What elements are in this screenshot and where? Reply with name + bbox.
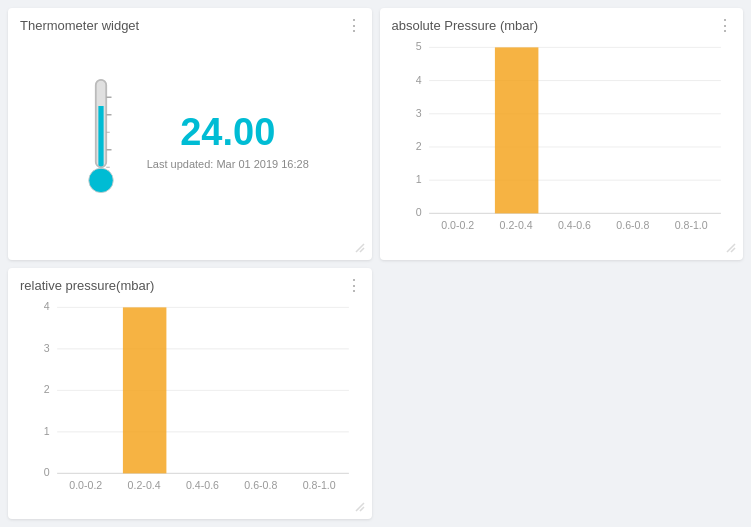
absolute-pressure-title: absolute Pressure (mbar) bbox=[392, 18, 732, 33]
relative-pressure-widget: relative pressure(mbar) ⋮ 1 2 3 4 0 bbox=[8, 268, 372, 520]
relative-pressure-title: relative pressure(mbar) bbox=[20, 278, 360, 293]
resize-handle-rel bbox=[354, 501, 366, 513]
svg-text:0: 0 bbox=[415, 208, 421, 219]
thermometer-illustration bbox=[71, 71, 131, 211]
dashboard: Thermometer widget ⋮ 24.00 bbox=[0, 0, 751, 527]
svg-text:4: 4 bbox=[415, 75, 421, 86]
absolute-pressure-menu-icon[interactable]: ⋮ bbox=[717, 18, 733, 34]
svg-text:0.4-0.6: 0.4-0.6 bbox=[186, 480, 219, 491]
svg-text:0.8-1.0: 0.8-1.0 bbox=[674, 220, 707, 231]
relative-pressure-svg: 1 2 3 4 0 0.0-0.2 0.2-0.4 0.4-0.6 0.6-0.… bbox=[20, 297, 360, 505]
thermometer-value: 24.00 bbox=[147, 111, 309, 154]
thermometer-value-section: 24.00 Last updated: Mar 01 2019 16:28 bbox=[147, 111, 309, 170]
resize-handle bbox=[354, 242, 366, 254]
svg-point-2 bbox=[88, 168, 113, 193]
svg-text:0.0-0.2: 0.0-0.2 bbox=[69, 480, 102, 491]
absolute-pressure-widget: absolute Pressure (mbar) ⋮ 1 2 3 4 bbox=[380, 8, 744, 260]
svg-rect-1 bbox=[98, 106, 103, 167]
svg-text:0.6-0.8: 0.6-0.8 bbox=[244, 480, 277, 491]
svg-text:2: 2 bbox=[415, 141, 421, 152]
svg-text:4: 4 bbox=[44, 301, 50, 312]
svg-text:0.4-0.6: 0.4-0.6 bbox=[557, 220, 590, 231]
thermometer-menu-icon[interactable]: ⋮ bbox=[346, 18, 362, 34]
svg-text:1: 1 bbox=[44, 426, 50, 437]
svg-text:0.2-0.4: 0.2-0.4 bbox=[499, 220, 532, 231]
svg-text:3: 3 bbox=[44, 343, 50, 354]
svg-text:0.2-0.4: 0.2-0.4 bbox=[128, 480, 161, 491]
svg-text:1: 1 bbox=[415, 174, 421, 185]
svg-text:5: 5 bbox=[415, 42, 421, 53]
thermometer-title: Thermometer widget bbox=[20, 18, 360, 33]
svg-text:2: 2 bbox=[44, 384, 50, 395]
relative-pressure-menu-icon[interactable]: ⋮ bbox=[346, 278, 362, 294]
thermometer-content: 24.00 Last updated: Mar 01 2019 16:28 bbox=[20, 37, 360, 245]
absolute-pressure-chart: 1 2 3 4 5 0 0.0-0.2 bbox=[392, 37, 732, 245]
relative-pressure-chart: 1 2 3 4 0 0.0-0.2 0.2-0.4 0.4-0.6 0.6-0.… bbox=[20, 297, 360, 505]
svg-text:0.6-0.8: 0.6-0.8 bbox=[616, 220, 649, 231]
thermometer-last-updated: Last updated: Mar 01 2019 16:28 bbox=[147, 158, 309, 170]
bar-absolute-02-04 bbox=[494, 47, 537, 213]
bar-relative-02-04 bbox=[123, 307, 166, 473]
thermometer-widget: Thermometer widget ⋮ 24.00 bbox=[8, 8, 372, 260]
svg-text:0.0-0.2: 0.0-0.2 bbox=[441, 220, 474, 231]
svg-text:0: 0 bbox=[44, 467, 50, 478]
svg-text:3: 3 bbox=[415, 108, 421, 119]
resize-handle-abs bbox=[725, 242, 737, 254]
absolute-pressure-svg: 1 2 3 4 5 0 0.0-0.2 bbox=[392, 37, 732, 245]
svg-text:0.8-1.0: 0.8-1.0 bbox=[303, 480, 336, 491]
